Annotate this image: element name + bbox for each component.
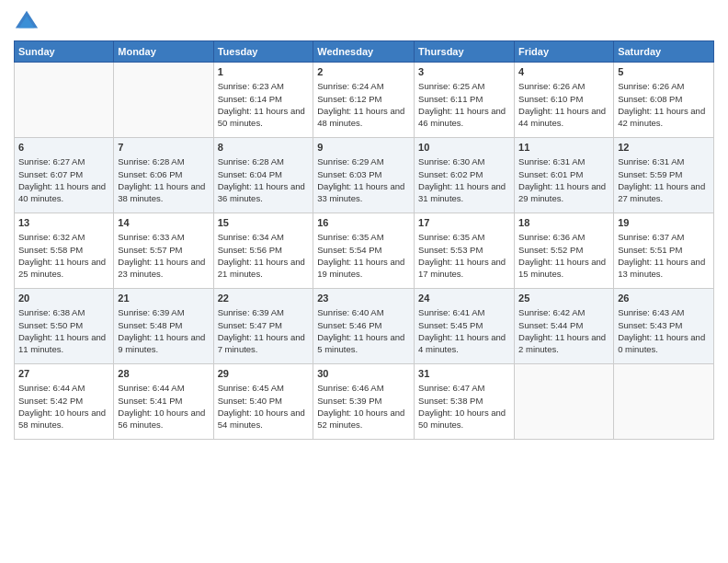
logo: [14, 9, 41, 35]
calendar-cell: 28 Sunrise: 6:44 AM Sunset: 5:41 PM Dayl…: [114, 364, 213, 440]
calendar-cell: 31 Sunrise: 6:47 AM Sunset: 5:38 PM Dayl…: [415, 364, 515, 440]
sunrise-text: Sunrise: 6:39 AM: [118, 307, 184, 317]
day-number: 1: [218, 65, 310, 79]
daylight-text: Daylight: 11 hours and 40 minutes.: [18, 181, 106, 203]
calendar-cell: 29 Sunrise: 6:45 AM Sunset: 5:40 PM Dayl…: [213, 364, 313, 440]
daylight-text: Daylight: 11 hours and 4 minutes.: [418, 332, 506, 354]
sunrise-text: Sunrise: 6:35 AM: [317, 232, 383, 242]
daylight-text: Daylight: 10 hours and 54 minutes.: [218, 408, 305, 430]
calendar-cell: 30 Sunrise: 6:46 AM Sunset: 5:39 PM Dayl…: [313, 364, 415, 440]
daylight-text: Daylight: 11 hours and 17 minutes.: [418, 257, 506, 279]
daylight-text: Daylight: 11 hours and 0 minutes.: [618, 332, 705, 354]
daylight-text: Daylight: 11 hours and 2 minutes.: [518, 332, 606, 354]
day-number: 23: [317, 292, 410, 305]
calendar-cell: 21 Sunrise: 6:39 AM Sunset: 5:48 PM Dayl…: [114, 289, 213, 364]
sunset-text: Sunset: 5:40 PM: [218, 396, 282, 406]
weekday-monday: Monday: [114, 41, 213, 63]
calendar-cell: [15, 63, 114, 138]
daylight-text: Daylight: 11 hours and 25 minutes.: [18, 257, 106, 279]
day-number: 19: [618, 216, 710, 230]
sunset-text: Sunset: 6:04 PM: [218, 169, 282, 179]
sunset-text: Sunset: 5:50 PM: [18, 320, 83, 330]
day-number: 27: [18, 367, 109, 381]
sunset-text: Sunset: 6:01 PM: [518, 169, 583, 179]
daylight-text: Daylight: 11 hours and 42 minutes.: [618, 106, 705, 128]
calendar-week-3: 13 Sunrise: 6:32 AM Sunset: 5:58 PM Dayl…: [15, 213, 714, 289]
page: SundayMondayTuesdayWednesdayThursdayFrid…: [0, 0, 728, 563]
calendar-table: SundayMondayTuesdayWednesdayThursdayFrid…: [14, 40, 714, 440]
daylight-text: Daylight: 11 hours and 7 minutes.: [218, 332, 305, 354]
sunset-text: Sunset: 5:52 PM: [518, 245, 583, 255]
sunrise-text: Sunrise: 6:41 AM: [418, 307, 484, 317]
sunset-text: Sunset: 5:56 PM: [218, 245, 282, 255]
day-number: 8: [218, 141, 310, 155]
sunset-text: Sunset: 6:10 PM: [518, 94, 583, 104]
sunset-text: Sunset: 5:54 PM: [317, 245, 381, 255]
sunrise-text: Sunrise: 6:32 AM: [18, 232, 85, 242]
daylight-text: Daylight: 11 hours and 33 minutes.: [317, 181, 404, 203]
day-number: 21: [118, 292, 209, 305]
calendar-cell: 20 Sunrise: 6:38 AM Sunset: 5:50 PM Dayl…: [15, 289, 114, 364]
sunset-text: Sunset: 5:43 PM: [618, 320, 682, 330]
calendar-cell: 24 Sunrise: 6:41 AM Sunset: 5:45 PM Dayl…: [415, 289, 515, 364]
day-number: 13: [18, 216, 109, 230]
weekday-saturday: Saturday: [614, 41, 714, 63]
sunrise-text: Sunrise: 6:39 AM: [218, 307, 284, 317]
sunset-text: Sunset: 5:44 PM: [518, 320, 583, 330]
calendar-cell: 8 Sunrise: 6:28 AM Sunset: 6:04 PM Dayli…: [213, 138, 313, 213]
sunset-text: Sunset: 5:38 PM: [418, 396, 483, 406]
calendar-cell: 5 Sunrise: 6:26 AM Sunset: 6:08 PM Dayli…: [614, 63, 714, 138]
day-number: 4: [518, 65, 609, 79]
sunset-text: Sunset: 5:48 PM: [118, 320, 182, 330]
sunrise-text: Sunrise: 6:24 AM: [317, 81, 383, 91]
sunrise-text: Sunrise: 6:26 AM: [518, 81, 585, 91]
day-number: 26: [618, 292, 710, 305]
sunrise-text: Sunrise: 6:26 AM: [618, 81, 684, 91]
calendar-cell: 7 Sunrise: 6:28 AM Sunset: 6:06 PM Dayli…: [114, 138, 213, 213]
weekday-header-row: SundayMondayTuesdayWednesdayThursdayFrid…: [15, 41, 714, 63]
weekday-sunday: Sunday: [15, 41, 114, 63]
calendar-week-1: 1 Sunrise: 6:23 AM Sunset: 6:14 PM Dayli…: [15, 63, 714, 138]
sunset-text: Sunset: 5:59 PM: [618, 169, 682, 179]
calendar-cell: 14 Sunrise: 6:33 AM Sunset: 5:57 PM Dayl…: [114, 213, 213, 289]
sunrise-text: Sunrise: 6:43 AM: [618, 307, 684, 317]
sunrise-text: Sunrise: 6:36 AM: [518, 232, 585, 242]
calendar-cell: 25 Sunrise: 6:42 AM Sunset: 5:44 PM Dayl…: [515, 289, 614, 364]
daylight-text: Daylight: 11 hours and 29 minutes.: [518, 181, 606, 203]
sunrise-text: Sunrise: 6:46 AM: [317, 383, 383, 393]
sunset-text: Sunset: 5:57 PM: [118, 245, 182, 255]
day-number: 12: [618, 141, 710, 155]
daylight-text: Daylight: 11 hours and 23 minutes.: [118, 257, 205, 279]
sunset-text: Sunset: 5:42 PM: [18, 396, 83, 406]
calendar-cell: [114, 63, 213, 138]
daylight-text: Daylight: 11 hours and 27 minutes.: [618, 181, 705, 203]
calendar-cell: 2 Sunrise: 6:24 AM Sunset: 6:12 PM Dayli…: [313, 63, 415, 138]
day-number: 3: [418, 65, 510, 79]
daylight-text: Daylight: 11 hours and 19 minutes.: [317, 257, 404, 279]
sunset-text: Sunset: 6:07 PM: [18, 169, 83, 179]
day-number: 2: [317, 65, 410, 79]
sunset-text: Sunset: 6:12 PM: [317, 94, 381, 104]
sunrise-text: Sunrise: 6:25 AM: [418, 81, 484, 91]
daylight-text: Daylight: 11 hours and 21 minutes.: [218, 257, 305, 279]
day-number: 15: [218, 216, 310, 230]
daylight-text: Daylight: 11 hours and 5 minutes.: [317, 332, 404, 354]
sunset-text: Sunset: 6:08 PM: [618, 94, 682, 104]
day-number: 5: [618, 65, 710, 79]
sunrise-text: Sunrise: 6:31 AM: [618, 156, 684, 167]
sunrise-text: Sunrise: 6:28 AM: [118, 156, 184, 167]
sunrise-text: Sunrise: 6:38 AM: [18, 307, 85, 317]
daylight-text: Daylight: 11 hours and 11 minutes.: [18, 332, 106, 354]
calendar-cell: 19 Sunrise: 6:37 AM Sunset: 5:51 PM Dayl…: [614, 213, 714, 289]
calendar-cell: 26 Sunrise: 6:43 AM Sunset: 5:43 PM Dayl…: [614, 289, 714, 364]
weekday-thursday: Thursday: [415, 41, 515, 63]
sunrise-text: Sunrise: 6:44 AM: [118, 383, 184, 393]
day-number: 16: [317, 216, 410, 230]
sunset-text: Sunset: 6:02 PM: [418, 169, 483, 179]
sunrise-text: Sunrise: 6:29 AM: [317, 156, 383, 167]
day-number: 14: [118, 216, 209, 230]
daylight-text: Daylight: 10 hours and 50 minutes.: [418, 408, 506, 430]
calendar-cell: 15 Sunrise: 6:34 AM Sunset: 5:56 PM Dayl…: [213, 213, 313, 289]
calendar-cell: 12 Sunrise: 6:31 AM Sunset: 5:59 PM Dayl…: [614, 138, 714, 213]
calendar-header: SundayMondayTuesdayWednesdayThursdayFrid…: [15, 41, 714, 63]
